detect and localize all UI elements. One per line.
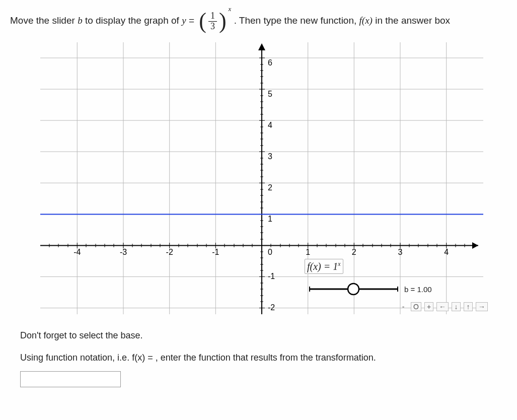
instr-part1: Move the slider xyxy=(10,15,78,26)
x-tick--1: -1 xyxy=(212,248,219,256)
answer-input[interactable] xyxy=(20,371,121,387)
y-tick-6: 6 xyxy=(268,58,272,67)
fraction-expression: ( 1 3 ) xyxy=(199,10,226,32)
instr-part3: . Then type the new function, xyxy=(234,15,359,26)
x-tick-4: 4 xyxy=(444,248,449,256)
slider-handle[interactable] xyxy=(348,284,359,295)
y-tick--2: -2 xyxy=(268,303,275,312)
instr-part4: in the answer box xyxy=(375,15,450,26)
reminder-text: Don't forget to select the base. xyxy=(20,327,497,344)
right-paren: ) xyxy=(219,10,227,32)
pan-down-button[interactable]: ↓ xyxy=(452,302,461,311)
instruction-text: Move the slider b to display the graph o… xyxy=(10,10,507,32)
pan-left-button[interactable]: ← xyxy=(436,302,449,311)
graph-panel[interactable]: -4 -3 -2 -1 0 1 2 3 4 -2 -1 1 2 3 4 5 6 xyxy=(40,42,483,314)
fn-text: f(x) = 1 xyxy=(307,261,338,272)
x-tick--2: -2 xyxy=(166,248,173,256)
x-tick--3: -3 xyxy=(120,248,127,256)
y-tick-4: 4 xyxy=(268,121,272,129)
toolbar-dash: - xyxy=(399,303,408,311)
y-tick-5: 5 xyxy=(268,90,272,98)
graph-toolbar: - O + ← ↓ ↑ → xyxy=(399,302,488,311)
prompt-fx: f(x) = xyxy=(132,353,156,363)
y-axis-arrow xyxy=(258,43,265,50)
x-tick-3: 3 xyxy=(398,248,403,256)
numerator: 1 xyxy=(208,11,217,22)
y-tick-1: 1 xyxy=(268,215,272,223)
var-b: b xyxy=(78,15,83,26)
coordinate-plane[interactable]: -4 -3 -2 -1 0 1 2 3 4 -2 -1 1 2 3 4 5 6 xyxy=(40,42,483,314)
pan-right-button[interactable]: → xyxy=(476,302,488,311)
x-tick--4: -4 xyxy=(73,248,81,256)
fn-exp: x xyxy=(338,260,340,267)
prompt-a: Using function notation, i.e. xyxy=(20,353,132,363)
function-label: f(x) = 1x xyxy=(305,259,343,274)
slider-value-label: b = 1.00 xyxy=(404,285,432,294)
var-y: y xyxy=(182,15,186,26)
reset-button[interactable]: O xyxy=(411,302,421,311)
zoom-in-button[interactable]: + xyxy=(424,302,433,311)
slider-b[interactable] xyxy=(310,284,398,295)
exponent-x: x xyxy=(229,5,232,13)
y-tick-3: 3 xyxy=(268,152,272,161)
x-tick-0: 0 xyxy=(268,248,272,256)
equals-sign: = xyxy=(189,15,197,26)
y-tick--1: -1 xyxy=(268,272,275,281)
fx-notation: f(x) xyxy=(359,15,373,26)
prompt-text: Using function notation, i.e. f(x) = , e… xyxy=(20,349,497,366)
instr-part2: to display the graph of xyxy=(85,15,182,26)
x-tick-2: 2 xyxy=(352,248,356,256)
prompt-b: , enter the function that results from t… xyxy=(156,353,376,363)
denominator: 3 xyxy=(208,22,217,32)
fraction: 1 3 xyxy=(206,11,219,32)
x-axis-arrow xyxy=(472,242,478,249)
y-tick-2: 2 xyxy=(268,183,272,192)
pan-up-button[interactable]: ↑ xyxy=(464,302,473,311)
x-tick-1: 1 xyxy=(306,248,310,256)
left-paren: ( xyxy=(199,10,206,32)
